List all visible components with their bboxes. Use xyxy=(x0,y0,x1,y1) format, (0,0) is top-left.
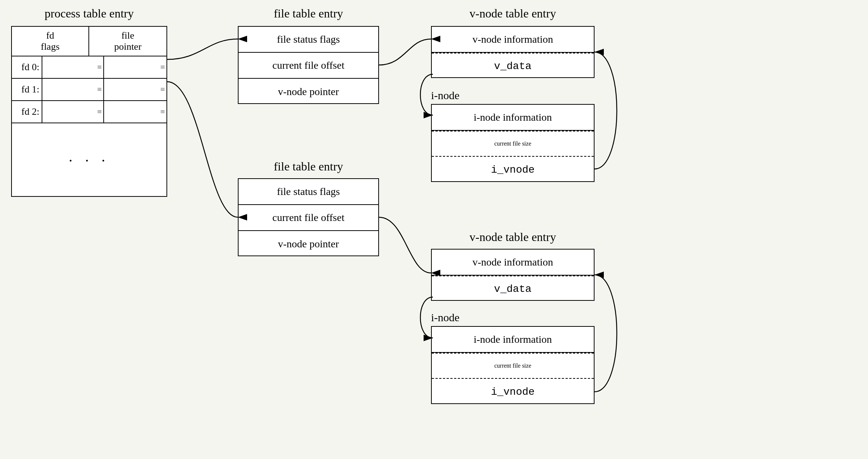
vnode-table-1-upper: v-node information v_data xyxy=(431,26,595,78)
process-table-box: fdflags filepointer fd 0: ≡ ≡ fd 1: xyxy=(11,26,167,197)
file-pointer-header: filepointer xyxy=(89,27,166,56)
vnode-table-1-vdata: v_data xyxy=(494,61,532,72)
inode-2-label: i-node xyxy=(431,311,460,324)
file-table-1-row3: v-node pointer xyxy=(239,79,378,105)
vnode-table-2-upper: v-node information v_data xyxy=(431,249,595,301)
fd-flags-header: fdflags xyxy=(12,27,89,56)
file-table-2-row2: current file offset xyxy=(239,205,378,231)
file-table-2-title: file table entry xyxy=(238,160,379,173)
file-table-2-row1: file status flags xyxy=(239,179,378,205)
file-table-2-row3: v-node pointer xyxy=(239,231,378,257)
fd1-label: fd 1: xyxy=(12,79,42,100)
vnode-table-2-vdata: v_data xyxy=(494,283,532,295)
file-table-1-row2: current file offset xyxy=(239,53,378,79)
process-table-title: process table entry xyxy=(11,7,167,20)
inode-1-label: i-node xyxy=(431,89,460,102)
vnode-table-2-row1: v-node information xyxy=(432,250,594,276)
fd2-label: fd 2: xyxy=(12,101,42,123)
inode-table-1-row1: i-node information xyxy=(432,105,594,131)
file-table-1-row1: file status flags xyxy=(239,27,378,53)
inode-table-1-row2: current file size xyxy=(494,140,531,147)
vnode-table-1-row1: v-node information xyxy=(432,27,594,53)
vnode-table-2-title: v-node table entry xyxy=(431,230,595,244)
file-table-1-title: file table entry xyxy=(238,7,379,20)
inode-table-2-box: i-node information current file size i_v… xyxy=(431,326,595,404)
vnode-table-1-title: v-node table entry xyxy=(431,7,595,20)
inode-table-2-row2: current file size xyxy=(494,362,531,369)
inode-table-2-row1: i-node information xyxy=(432,327,594,353)
dots: · · · xyxy=(12,123,166,198)
file-table-1-box: file status flags current file offset v-… xyxy=(238,26,379,104)
inode-table-1-box: i-node information current file size i_v… xyxy=(431,104,595,182)
inode-table-2-row3: i_vnode xyxy=(491,386,535,398)
inode-table-1-row3: i_vnode xyxy=(491,164,535,176)
file-table-2-box: file status flags current file offset v-… xyxy=(238,178,379,256)
fd0-label: fd 0: xyxy=(12,56,42,78)
